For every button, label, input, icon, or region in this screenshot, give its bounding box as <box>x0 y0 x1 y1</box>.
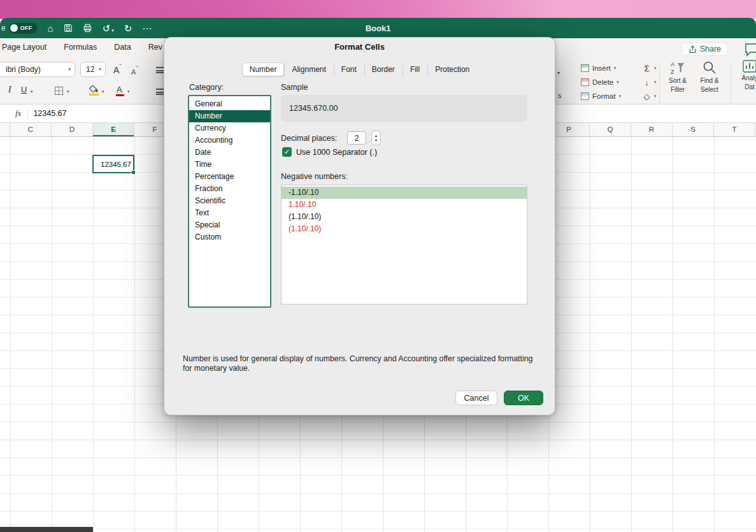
dialog-description: Number is used for general display of nu… <box>183 354 541 374</box>
autosave-toggle[interactable]: OFF <box>9 23 38 34</box>
negative-number-option[interactable]: -1.10/.10 <box>282 187 527 199</box>
align-icon[interactable] <box>156 89 164 95</box>
chevron-down-icon[interactable]: ▾ <box>67 89 69 94</box>
dialog-tab[interactable]: Font <box>334 62 364 76</box>
chevron-down-icon[interactable]: ▾ <box>31 89 33 94</box>
negative-number-option[interactable]: (1.10/.10) <box>282 223 527 235</box>
editing-glyph-icon: ◇ <box>642 92 652 101</box>
editing-button[interactable]: ◇ ▾ <box>642 89 657 103</box>
selected-cell[interactable]: 12345.67 <box>92 155 134 173</box>
category-item[interactable]: Custom <box>189 231 270 243</box>
chevron-down-icon: ▾ <box>99 67 101 72</box>
increase-font-size-button[interactable]: Aˆ <box>113 63 122 75</box>
negative-number-option[interactable]: (1.10/.10) <box>282 211 527 223</box>
category-item[interactable]: Date <box>189 147 270 159</box>
column-header[interactable]: Q <box>590 123 631 136</box>
thousand-separator-row: ✓ Use 1000 Separator (.) <box>282 147 377 157</box>
underline-button[interactable]: U <box>21 85 27 94</box>
font-color-button[interactable]: A <box>117 85 122 94</box>
cells-group-button[interactable]: Insert ▾ <box>581 61 621 75</box>
fx-icon: fx <box>15 108 21 119</box>
column-header[interactable]: C <box>10 123 52 136</box>
format-cells-dialog: Format Cells NumberAlignmentFontBorderFi… <box>164 37 555 415</box>
dialog-tabs: NumberAlignmentFontBorderFillProtection <box>164 62 555 76</box>
ribbon-tab[interactable]: Page Layout <box>2 43 46 52</box>
category-item[interactable]: Fraction <box>189 183 270 195</box>
category-item[interactable]: Special <box>189 219 270 231</box>
align-icon[interactable] <box>156 67 164 73</box>
column-header[interactable]: D <box>52 123 93 136</box>
chevron-down-icon[interactable]: ▾ <box>557 70 560 76</box>
print-icon[interactable] <box>83 24 92 32</box>
decimal-places-label: Decimal places: <box>281 134 337 143</box>
analyze-data-button[interactable]: Analy Dat <box>736 60 756 90</box>
cancel-button[interactable]: Cancel <box>455 391 497 405</box>
font-name-select[interactable]: ibri (Body) ▾ <box>0 62 75 77</box>
dock-strip <box>0 527 93 532</box>
stepper-up-icon[interactable]: ▴ <box>375 134 378 138</box>
thousand-separator-checkbox[interactable]: ✓ <box>282 147 292 157</box>
column-header-sliver <box>0 123 10 136</box>
column-header[interactable]: E <box>93 123 134 136</box>
ribbon-tab[interactable]: Formulas <box>64 43 97 52</box>
negative-number-option[interactable]: 1.10/.10 <box>282 199 527 211</box>
borders-button[interactable] <box>55 87 63 95</box>
category-item[interactable]: Scientific <box>189 195 270 207</box>
undo-chevron-icon[interactable]: ▾ <box>111 28 114 33</box>
column-header[interactable]: S <box>673 123 714 136</box>
stepper-down-icon[interactable]: ▾ <box>375 138 378 142</box>
ribbon-tab[interactable]: Data <box>114 43 131 52</box>
magnifier-icon <box>702 60 717 75</box>
italic-button[interactable]: I <box>8 85 11 95</box>
dialog-tab[interactable]: Protection <box>427 62 477 76</box>
decimal-places-input[interactable] <box>347 131 366 145</box>
category-item[interactable]: Percentage <box>189 171 270 183</box>
cells-grid-icon <box>581 78 589 86</box>
category-item[interactable]: General <box>189 98 270 110</box>
caret-down-icon: ˇ <box>136 65 138 73</box>
undo-icon[interactable]: ↺ <box>103 24 111 33</box>
sort-filter-button[interactable]: A Z Sort & Filter <box>662 60 693 93</box>
redo-icon[interactable]: ↻ <box>124 24 132 33</box>
editing-button[interactable]: ↓ ▾ <box>642 75 657 89</box>
dialog-tab[interactable]: Alignment <box>284 62 333 76</box>
dialog-tab[interactable]: Number <box>242 62 285 76</box>
category-list[interactable]: GeneralNumberCurrencyAccountingDateTimeP… <box>188 95 271 308</box>
font-size-select[interactable]: 12 ▾ <box>80 62 106 77</box>
decimal-places-stepper[interactable]: ▴ ▾ <box>371 131 381 145</box>
category-item[interactable]: Accounting <box>189 134 270 147</box>
category-item[interactable]: Time <box>189 159 270 171</box>
comment-bubble-icon[interactable] <box>745 43 756 57</box>
dialog-tab[interactable]: Border <box>364 62 403 76</box>
editing-glyph-icon: Σ <box>642 64 652 73</box>
category-item[interactable]: Number <box>189 110 270 122</box>
dialog-tab[interactable]: Fill <box>403 62 427 76</box>
check-icon: ✓ <box>284 148 290 156</box>
titlebar-stray-text: e <box>1 24 6 32</box>
home-icon[interactable]: ⌂ <box>48 24 53 33</box>
chevron-down-icon: ▾ <box>654 66 657 71</box>
decrease-font-size-button[interactable]: Aˇ <box>131 65 138 76</box>
chevron-down-icon[interactable]: ▾ <box>127 89 130 94</box>
category-label: Category: <box>189 83 224 92</box>
cells-group-button[interactable]: Delete ▾ <box>581 75 621 89</box>
more-icon[interactable]: ⋯ <box>142 24 152 33</box>
negative-numbers-list[interactable]: -1.10/.101.10/.10(1.10/.10)(1.10/.10) <box>281 185 527 305</box>
ribbon-tab[interactable]: Rev <box>148 43 162 52</box>
share-button[interactable]: Share <box>681 42 728 56</box>
save-icon[interactable] <box>64 24 73 32</box>
ok-button[interactable]: OK <box>504 391 543 405</box>
category-item[interactable]: Text <box>189 207 270 219</box>
editing-button[interactable]: Σ ▾ <box>642 61 657 75</box>
sort-filter-icon: A Z <box>670 60 685 75</box>
chevron-down-icon: ▾ <box>617 80 619 85</box>
find-select-button[interactable]: Find & Select <box>694 60 725 93</box>
column-header[interactable]: T <box>714 123 755 136</box>
column-header[interactable]: R <box>631 123 673 136</box>
chevron-down-icon[interactable]: ▾ <box>102 89 104 94</box>
cells-group-button[interactable]: Format ▾ <box>581 89 621 103</box>
cells-grid-icon <box>581 64 589 72</box>
autosave-toggle-knob <box>10 24 18 32</box>
category-item[interactable]: Currency <box>189 122 270 134</box>
autosave-label: OFF <box>20 25 32 31</box>
